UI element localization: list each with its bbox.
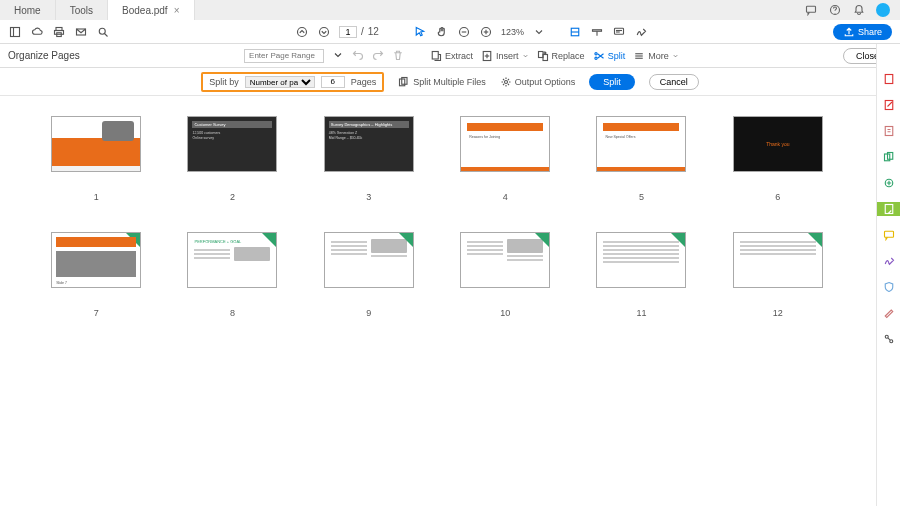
search-icon[interactable] xyxy=(96,25,110,39)
split-multiple-button[interactable]: Split Multiple Files xyxy=(398,76,486,88)
print-icon[interactable] xyxy=(52,25,66,39)
comment-icon[interactable] xyxy=(612,25,626,39)
comment-tool-icon[interactable] xyxy=(882,228,896,242)
combine-icon[interactable] xyxy=(882,150,896,164)
page-thumb[interactable]: Survey Demographics – Highlights48% Gene… xyxy=(313,116,425,202)
page-number: 2 xyxy=(230,192,235,202)
page-thumb[interactable]: Thank you 6 xyxy=(722,116,834,202)
split-value-input[interactable] xyxy=(321,76,345,88)
svg-point-46 xyxy=(889,340,892,343)
replace-button[interactable]: Replace xyxy=(537,50,585,62)
page-number: 8 xyxy=(230,308,235,318)
more-button[interactable]: More xyxy=(633,50,679,62)
page-number: 11 xyxy=(636,308,646,318)
svg-point-10 xyxy=(298,27,307,36)
protect-icon[interactable] xyxy=(882,280,896,294)
bell-icon[interactable] xyxy=(852,3,866,17)
zoom-value[interactable]: 123% xyxy=(501,27,524,37)
page-number: 12 xyxy=(773,308,783,318)
avatar[interactable] xyxy=(876,3,890,17)
split-by-select[interactable]: Number of pages xyxy=(245,76,315,88)
split-tool-button[interactable]: Split xyxy=(593,50,626,62)
page-thumb[interactable]: 11 xyxy=(585,232,697,318)
organize-title: Organize Pages xyxy=(8,50,80,61)
read-mode-icon[interactable] xyxy=(590,25,604,39)
trash-icon[interactable] xyxy=(392,49,404,63)
svg-point-29 xyxy=(595,52,597,54)
compress-icon[interactable] xyxy=(882,176,896,190)
close-tab-icon[interactable]: × xyxy=(174,5,180,16)
page-number: 6 xyxy=(775,192,780,202)
tab-file[interactable]: Bodea.pdf × xyxy=(108,0,194,20)
zoom-in-icon[interactable] xyxy=(479,25,493,39)
insert-button[interactable]: Insert xyxy=(481,50,529,62)
page-number: 4 xyxy=(503,192,508,202)
svg-point-8 xyxy=(99,28,105,34)
split-by-label: Split by xyxy=(209,77,239,87)
sign-icon[interactable] xyxy=(634,25,648,39)
share-button[interactable]: Share xyxy=(833,24,892,40)
more-tools-icon[interactable] xyxy=(882,332,896,346)
page-number: 5 xyxy=(639,192,644,202)
redact-icon[interactable] xyxy=(882,306,896,320)
rotate-left-icon[interactable] xyxy=(352,49,364,63)
export-pdf-icon[interactable] xyxy=(882,124,896,138)
page-down-icon[interactable] xyxy=(317,25,331,39)
tab-tools[interactable]: Tools xyxy=(56,0,108,20)
page-thumb[interactable]: Reasons for Joining 4 xyxy=(449,116,561,202)
svg-point-45 xyxy=(885,335,888,338)
chevron-down-icon[interactable] xyxy=(332,49,344,63)
svg-rect-27 xyxy=(538,51,543,57)
page-current-input[interactable] xyxy=(339,26,357,38)
page-up-icon[interactable] xyxy=(295,25,309,39)
page-number: 10 xyxy=(500,308,510,318)
page-thumb[interactable]: 9 xyxy=(313,232,425,318)
thumbnails-area: 1 Customer Survey12,500 customersOnline … xyxy=(0,96,874,506)
output-options-button[interactable]: Output Options xyxy=(500,76,576,88)
organize-pages-icon[interactable] xyxy=(877,202,901,216)
svg-rect-28 xyxy=(543,54,548,60)
page-number: 3 xyxy=(366,192,371,202)
page-thumb[interactable]: 1 xyxy=(40,116,152,202)
rotate-right-icon[interactable] xyxy=(372,49,384,63)
svg-point-36 xyxy=(504,80,507,83)
chevron-down-icon[interactable] xyxy=(532,25,546,39)
extract-button[interactable]: Extract xyxy=(430,50,473,62)
svg-line-9 xyxy=(105,33,108,36)
page-thumb[interactable]: Customer Survey12,500 customersOnline su… xyxy=(176,116,288,202)
cancel-button[interactable]: Cancel xyxy=(649,74,699,90)
page-sep: / xyxy=(361,26,364,37)
split-unit-label: Pages xyxy=(351,77,377,87)
svg-rect-37 xyxy=(885,75,893,84)
split-by-group: Split by Number of pages Pages xyxy=(201,72,384,92)
split-options-bar: Split by Number of pages Pages Split Mul… xyxy=(0,68,900,96)
fill-sign-icon[interactable] xyxy=(882,254,896,268)
page-thumb[interactable]: New Special Offers 5 xyxy=(585,116,697,202)
svg-rect-23 xyxy=(432,51,438,59)
mail-icon[interactable] xyxy=(74,25,88,39)
page-number: 9 xyxy=(366,308,371,318)
page-thumb[interactable]: 12 xyxy=(722,232,834,318)
tab-strip: Home Tools Bodea.pdf × xyxy=(0,0,900,20)
hand-icon[interactable] xyxy=(435,25,449,39)
chat-icon[interactable] xyxy=(804,3,818,17)
split-button[interactable]: Split xyxy=(589,74,635,90)
page-thumb[interactable]: 10 xyxy=(449,232,561,318)
pointer-icon[interactable] xyxy=(413,25,427,39)
page-range-input[interactable] xyxy=(244,49,324,63)
svg-rect-0 xyxy=(807,6,816,12)
zoom-out-icon[interactable] xyxy=(457,25,471,39)
fit-width-icon[interactable] xyxy=(568,25,582,39)
page-thumb[interactable]: PERFORMANCE + GOAL 8 xyxy=(176,232,288,318)
svg-rect-20 xyxy=(614,28,623,34)
main-toolbar: / 12 123% Share xyxy=(0,20,900,44)
create-pdf-icon[interactable] xyxy=(882,72,896,86)
svg-rect-44 xyxy=(884,231,893,237)
sidebar-toggle-icon[interactable] xyxy=(8,25,22,39)
tab-home[interactable]: Home xyxy=(0,0,56,20)
svg-point-11 xyxy=(320,27,329,36)
help-icon[interactable] xyxy=(828,3,842,17)
edit-pdf-icon[interactable] xyxy=(882,98,896,112)
page-thumb[interactable]: Slide 7 7 xyxy=(40,232,152,318)
cloud-icon[interactable] xyxy=(30,25,44,39)
